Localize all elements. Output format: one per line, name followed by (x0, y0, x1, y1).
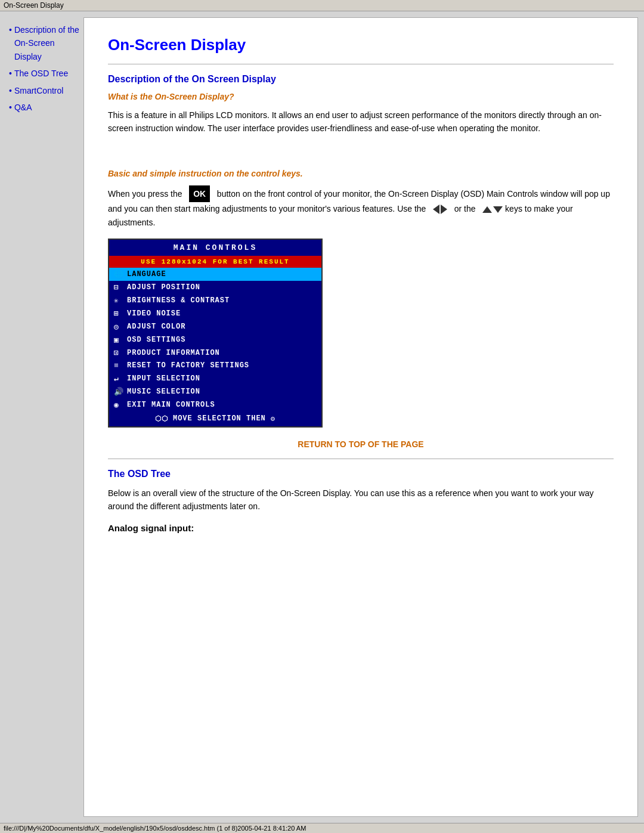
analog-signal-title: Analog signal input: (108, 523, 614, 533)
move-arrows-icon: ⬡⬡ (155, 414, 168, 423)
ok-button: OK (189, 185, 210, 202)
description-body: This is a feature in all Philips LCD mon… (108, 109, 614, 135)
osd-row-language: 🌐 LANGUAGE (109, 268, 321, 281)
position-icon: ⊟ (114, 283, 127, 292)
return-to-top[interactable]: RETURN TO TOP OF THE PAGE (108, 439, 614, 449)
osd-row-position: ⊟ ADJUST POSITION (109, 281, 321, 294)
osd-label-video-noise: VIDEO NOISE (127, 309, 181, 318)
osd-label-music: MUSIC SELECTION (127, 388, 200, 396)
input-icon: ↵ (114, 374, 127, 383)
osd-label-osd-settings: OSD SETTINGS (127, 336, 185, 344)
control-keys-paragraph: When you press the OK button on the fron… (108, 185, 614, 229)
language-icon: 🌐 (114, 270, 127, 279)
osd-settings-icon: ▣ (114, 335, 127, 345)
bullet-icon: • (9, 67, 12, 80)
sidebar-link-qa[interactable]: Q&A (14, 101, 32, 114)
bullet-icon: • (9, 84, 12, 97)
osd-row-music: 🔊 MUSIC SELECTION (109, 385, 321, 398)
status-bar: file:///D|/My%20Documents/dfu/X_model/en… (0, 823, 644, 833)
sidebar: • Description of the On-Screen Display •… (6, 17, 83, 817)
bullet-icon: • (9, 101, 12, 114)
osd-row-exit: ◉ EXIT MAIN CONTROLS (109, 398, 321, 411)
title-bar-text: On-Screen Display (4, 1, 64, 10)
right-arrow-icon (441, 205, 447, 214)
description-subtitle: What is the On-Screen Display? (108, 92, 614, 101)
content-area: On-Screen Display Description of the On … (83, 17, 638, 817)
osd-row-video-noise: ⊞ VIDEO NOISE (109, 307, 321, 320)
osd-bottom-row: ⬡⬡ MOVE SELECTION THEN ⚙ (109, 411, 321, 426)
osd-row-color: ◎ ADJUST COLOR (109, 320, 321, 333)
bullet-icon: • (9, 23, 12, 36)
main-wrapper: • Description of the On-Screen Display •… (0, 11, 644, 823)
osd-label-input: INPUT SELECTION (127, 374, 200, 383)
sidebar-link-description[interactable]: Description of the On-Screen Display (14, 23, 80, 63)
osd-row-product-info: ⊡ PRODUCT INFORMATION (109, 346, 321, 360)
reset-icon: ≡ (114, 361, 127, 370)
left-arrow-icon (433, 205, 439, 214)
osd-row-brightness: ✳ BRIGHTNESS & CONTRAST (109, 294, 321, 307)
osd-tree-body: Below is an overall view of the structur… (108, 487, 614, 513)
osd-tree-section: The OSD Tree Below is an overall view of… (108, 469, 614, 533)
ctrl-text3: or the (454, 204, 476, 213)
sidebar-link-smartcontrol[interactable]: SmartControl (14, 84, 63, 97)
spacer1 (108, 145, 614, 157)
sidebar-item-description[interactable]: • Description of the On-Screen Display (9, 23, 80, 64)
sidebar-item-qa[interactable]: • Q&A (9, 101, 80, 115)
video-noise-icon: ⊞ (114, 309, 127, 318)
sidebar-item-osd-tree[interactable]: • The OSD Tree (9, 67, 80, 81)
osd-title-row: MAIN CONTROLS (109, 240, 321, 256)
description-section-title: Description of the On Screen Display (108, 74, 614, 85)
up-down-arrows (482, 206, 503, 213)
down-arrow-icon (493, 206, 503, 213)
osd-label-exit: EXIT MAIN CONTROLS (127, 401, 215, 409)
osd-label-position: ADJUST POSITION (127, 283, 200, 292)
spacer2 (108, 157, 614, 169)
osd-best-result: USE 1280x1024 FOR BEST RESULT (109, 256, 321, 268)
title-bar: On-Screen Display (0, 0, 644, 11)
color-icon: ◎ (114, 322, 127, 332)
osd-row-reset: ≡ RESET TO FACTORY SETTINGS (109, 360, 321, 372)
osd-label-product-info: PRODUCT INFORMATION (127, 349, 220, 357)
osd-tree-title: The OSD Tree (108, 469, 614, 479)
osd-bottom-text: MOVE SELECTION THEN (173, 414, 266, 423)
osd-row-input: ↵ INPUT SELECTION (109, 372, 321, 385)
osd-label-reset: RESET TO FACTORY SETTINGS (127, 361, 249, 370)
osd-diagram: MAIN CONTROLS USE 1280x1024 FOR BEST RES… (108, 239, 323, 428)
ok-wheel-icon: ⚙ (271, 414, 275, 423)
music-icon: 🔊 (114, 387, 127, 397)
sidebar-item-smartcontrol[interactable]: • SmartControl (9, 84, 80, 98)
sidebar-link-osd-tree[interactable]: The OSD Tree (14, 67, 68, 80)
control-keys-title: Basic and simple instruction on the cont… (108, 169, 614, 178)
page-title: On-Screen Display (108, 36, 614, 54)
return-to-top-link[interactable]: RETURN TO TOP OF THE PAGE (298, 439, 423, 449)
ctrl-text1: When you press the (108, 189, 182, 199)
divider-middle (108, 459, 614, 459)
brightness-icon: ✳ (114, 296, 127, 305)
exit-icon: ◉ (114, 400, 127, 410)
description-section: Description of the On Screen Display Wha… (108, 74, 614, 449)
osd-label-color: ADJUST COLOR (127, 323, 185, 331)
status-bar-text: file:///D|/My%20Documents/dfu/X_model/en… (4, 825, 306, 832)
up-arrow-icon (482, 206, 492, 213)
osd-row-osd-settings: ▣ OSD SETTINGS (109, 333, 321, 346)
osd-label-language: LANGUAGE (127, 270, 166, 278)
left-right-arrows (433, 205, 447, 214)
osd-label-brightness: BRIGHTNESS & CONTRAST (127, 296, 230, 305)
product-info-icon: ⊡ (114, 348, 127, 358)
divider-top (108, 64, 614, 64)
